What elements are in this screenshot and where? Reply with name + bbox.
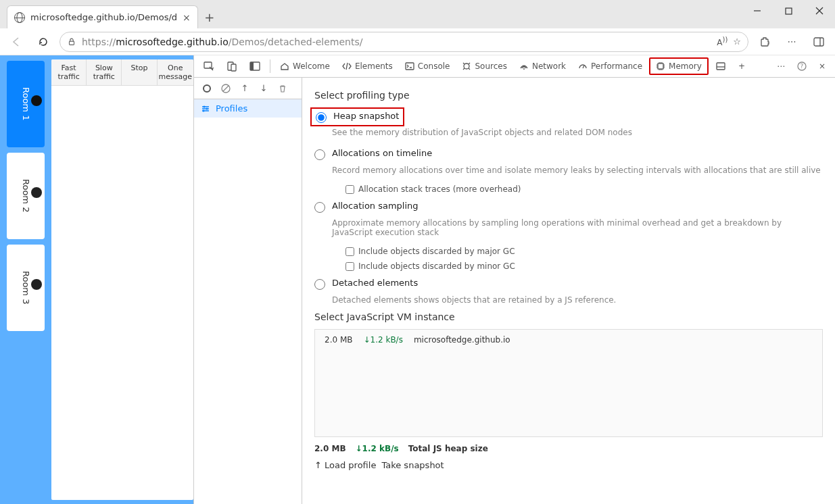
record-icon[interactable]: [201, 82, 213, 95]
room-3[interactable]: Room 3: [7, 245, 45, 331]
vm-instance-row[interactable]: 2.0 MB ↓1.2 kB/s microsoftedge.github.io: [314, 329, 823, 437]
tab-memory[interactable]: Memory: [649, 57, 709, 75]
site-info-icon: [67, 37, 76, 47]
stop-button[interactable]: Stop: [122, 59, 157, 85]
back-button[interactable]: [5, 31, 27, 53]
close-tab-icon[interactable]: ×: [183, 12, 191, 23]
url-text: https://microsoftedge.github.io/Demos/de…: [82, 36, 711, 47]
browser-tab[interactable]: microsoftedge.github.io/Demos/d ×: [7, 5, 198, 28]
option-heap-snapshot[interactable]: Heap snapshot: [310, 107, 404, 126]
read-aloud-icon[interactable]: A)): [717, 36, 727, 47]
option-allocations-timeline[interactable]: Allocations on timeline: [314, 144, 823, 164]
svg-text:?: ?: [801, 63, 804, 70]
clear-icon[interactable]: [220, 82, 232, 95]
timeline-desc: Record memory allocations over time and …: [332, 166, 823, 175]
svg-line-22: [223, 86, 229, 91]
heap-snapshot-desc: See the memory distribution of JavaScrip…: [332, 128, 823, 137]
take-snapshot-button[interactable]: Take snapshot: [381, 460, 444, 470]
app-main: Fast traffic Slow traffic Stop One messa…: [51, 59, 193, 500]
titlebar: microsoftedge.github.io/Demos/d × +: [0, 0, 835, 28]
svg-point-24: [206, 107, 208, 109]
new-tab-button[interactable]: +: [198, 5, 221, 28]
page-content: Room 1 Room 2 Room 3 Fast traffic Slow t…: [0, 55, 835, 504]
fast-traffic-button[interactable]: Fast traffic: [51, 59, 87, 85]
globe-icon: [14, 12, 25, 23]
heap-snapshot-radio[interactable]: [316, 112, 327, 123]
timeline-stack-traces[interactable]: Allocation stack traces (more overhead): [345, 182, 823, 197]
sampling-desc: Approximate memory allocations by sampli…: [332, 218, 823, 237]
svg-rect-17: [717, 63, 725, 70]
devtools-close-icon[interactable]: ×: [813, 59, 831, 74]
settings-icon: [201, 104, 210, 114]
sampling-radio[interactable]: [314, 202, 325, 213]
devtools-tabbar: Welcome Elements Console Sources Network…: [194, 55, 835, 78]
demo-app: Room 1 Room 2 Room 3 Fast traffic Slow t…: [0, 55, 193, 504]
memory-footer: 2.0 MB ↓1.2 kB/s Total JS heap size: [314, 437, 823, 460]
svg-point-23: [204, 105, 206, 107]
add-tab-icon[interactable]: +: [733, 59, 750, 74]
svg-rect-11: [250, 62, 254, 70]
memory-toolbar: ↑ ↓: [194, 78, 302, 99]
svg-point-13: [464, 64, 469, 69]
minimize-button[interactable]: [742, 0, 773, 22]
delete-icon[interactable]: [277, 82, 289, 95]
svg-rect-12: [406, 63, 414, 70]
close-window-button[interactable]: [804, 0, 835, 22]
download-icon[interactable]: ↓: [258, 82, 270, 95]
one-message-button[interactable]: One message: [158, 59, 193, 85]
svg-rect-5: [814, 38, 824, 46]
help-icon[interactable]: ?: [792, 59, 812, 74]
tab-elements[interactable]: Elements: [337, 59, 398, 74]
devtools-more-icon[interactable]: ⋯: [771, 59, 790, 74]
inspect-icon[interactable]: [198, 58, 220, 74]
svg-line-15: [583, 66, 584, 68]
svg-point-14: [523, 68, 525, 70]
svg-rect-9: [231, 64, 236, 71]
footer-rate: ↓1.2 kB/s: [356, 444, 399, 453]
footer-size: 2.0 MB: [314, 444, 346, 453]
detached-radio[interactable]: [314, 279, 325, 290]
status-dot-icon: [31, 187, 42, 198]
vm-instance-heading: Select JavaScript VM instance: [314, 311, 823, 322]
profiling-type-heading: Select profiling type: [314, 90, 823, 101]
memory-sidebar: ↑ ↓ Profiles: [194, 78, 302, 504]
refresh-button[interactable]: [32, 31, 54, 53]
room-2[interactable]: Room 2: [7, 153, 45, 239]
room-1[interactable]: Room 1: [7, 61, 45, 147]
tab-sources[interactable]: Sources: [456, 59, 512, 74]
timeline-radio[interactable]: [314, 149, 325, 160]
extensions-icon[interactable]: [754, 31, 776, 53]
svg-rect-4: [70, 41, 74, 45]
app-toolbar: Fast traffic Slow traffic Stop One messa…: [51, 59, 193, 86]
sampling-major-gc[interactable]: Include objects discarded by major GC: [345, 244, 823, 259]
tab-welcome[interactable]: Welcome: [275, 59, 335, 74]
profiles-item[interactable]: Profiles: [194, 99, 302, 118]
dock-icon[interactable]: [244, 58, 266, 74]
sampling-minor-gc[interactable]: Include objects discarded by minor GC: [345, 259, 823, 274]
tab-performance[interactable]: Performance: [573, 59, 648, 74]
load-profile-button[interactable]: ↑ Load profile: [314, 460, 376, 470]
tab-title: microsoftedge.github.io/Demos/d: [30, 12, 177, 22]
option-allocation-sampling[interactable]: Allocation sampling: [314, 197, 823, 217]
tab-console[interactable]: Console: [400, 59, 456, 74]
footer-label: Total JS heap size: [408, 444, 488, 453]
vm-rate: ↓1.2 kB/s: [363, 335, 402, 345]
address-bar: https://microsoftedge.github.io/Demos/de…: [0, 28, 835, 55]
rooms-list: Room 1 Room 2 Room 3: [0, 55, 51, 504]
status-dot-icon: [31, 95, 42, 106]
url-box[interactable]: https://microsoftedge.github.io/Demos/de…: [59, 32, 748, 52]
vm-size: 2.0 MB: [325, 335, 352, 345]
device-icon[interactable]: [221, 58, 243, 74]
more-icon[interactable]: ⋯: [781, 31, 803, 53]
drawer-icon[interactable]: [710, 58, 732, 74]
slow-traffic-button[interactable]: Slow traffic: [87, 59, 122, 85]
memory-panel: Select profiling type Heap snapshot See …: [302, 78, 835, 504]
sidebar-icon[interactable]: [808, 31, 830, 53]
favorite-icon[interactable]: ☆: [733, 36, 741, 47]
svg-point-25: [203, 109, 205, 111]
window-controls: [742, 0, 835, 22]
maximize-button[interactable]: [773, 0, 804, 22]
option-detached-elements[interactable]: Detached elements: [314, 274, 823, 294]
upload-icon[interactable]: ↑: [239, 82, 251, 95]
tab-network[interactable]: Network: [514, 59, 571, 74]
